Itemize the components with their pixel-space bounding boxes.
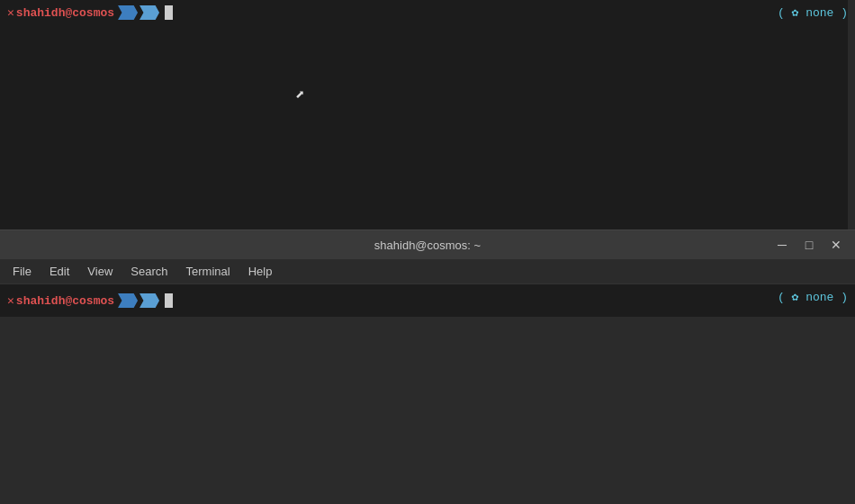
menu-bar: File Edit View Search Terminal Help [0, 259, 855, 284]
menu-help[interactable]: Help [239, 263, 282, 280]
top-prompt-line: ✕ shahidh@cosmos ( ✿ none ) [0, 0, 855, 25]
bottom-chevron-arrows [118, 293, 159, 308]
top-scrollbar[interactable] [848, 0, 855, 230]
menu-terminal[interactable]: Terminal [177, 263, 239, 280]
top-x-mark: ✕ [7, 5, 14, 20]
mouse-cursor: ⬈ [295, 87, 305, 104]
top-cursor [165, 5, 173, 20]
menu-view[interactable]: View [78, 263, 122, 280]
close-button[interactable]: ✕ [824, 236, 848, 254]
bottom-cursor [165, 293, 173, 308]
restore-button[interactable]: □ [797, 236, 821, 254]
window-controls: ─ □ ✕ [770, 236, 848, 254]
window-title: shahidh@cosmos: ~ [374, 238, 481, 252]
top-chevron-arrows [118, 5, 159, 20]
bottom-right-info: ( ✿ none ) [778, 290, 848, 304]
bottom-arrow1 [118, 293, 138, 308]
top-terminal-pane: ✕ shahidh@cosmos ( ✿ none ) ⬈ [0, 0, 855, 230]
top-right-info: ( ✿ none ) [778, 5, 848, 20]
bottom-terminal-content[interactable]: ✕ shahidh@cosmos ( ✿ none ) [0, 284, 855, 317]
top-username: shahidh@cosmos [16, 6, 114, 20]
top-arrow1 [118, 5, 138, 20]
top-arrow2 [140, 5, 159, 20]
menu-search[interactable]: Search [122, 263, 176, 280]
bottom-username: shahidh@cosmos [16, 294, 114, 308]
bottom-prompt-line: ✕ shahidh@cosmos [7, 290, 848, 311]
bottom-arrow2 [140, 293, 159, 308]
menu-file[interactable]: File [4, 263, 40, 280]
bottom-x-mark: ✕ [7, 293, 14, 308]
menu-edit[interactable]: Edit [40, 263, 78, 280]
title-bar: shahidh@cosmos: ~ ─ □ ✕ [0, 230, 855, 259]
bottom-terminal-window: shahidh@cosmos: ~ ─ □ ✕ File Edit View S… [0, 230, 855, 504]
minimize-button[interactable]: ─ [770, 236, 794, 254]
